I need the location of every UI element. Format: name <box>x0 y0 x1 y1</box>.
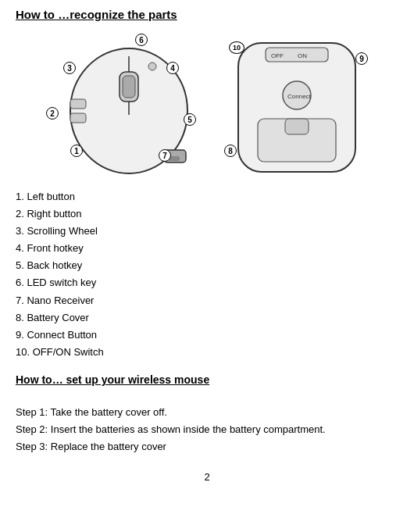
part-item-8: 8. Battery Cover <box>16 309 398 327</box>
svg-text:ON: ON <box>298 52 307 59</box>
diagram-area: 1 2 3 4 5 6 7 OFF ON Connect <box>16 29 398 177</box>
part-item-9: 9. Connect Button <box>16 327 398 344</box>
svg-text:OFF: OFF <box>271 52 284 59</box>
label-9: 9 <box>355 52 368 65</box>
part-item-4: 4. Front hotkey <box>16 240 398 257</box>
mouse-front-svg <box>43 29 215 177</box>
page-title: How to …recognize the parts <box>16 8 398 21</box>
label-8: 8 <box>224 145 237 157</box>
svg-rect-4 <box>70 99 86 109</box>
svg-rect-3 <box>123 76 135 98</box>
label-7: 7 <box>159 149 171 162</box>
label-3: 3 <box>63 62 76 74</box>
label-6: 6 <box>135 34 148 46</box>
step-2: Step 2: Insert the batteries as shown in… <box>16 421 398 438</box>
mouse-back-svg: OFF ON Connect <box>223 29 371 177</box>
setup-steps: Step 1: Take the battery cover off. Step… <box>16 404 398 455</box>
setup-subtitle: How to… set up your wireless mouse <box>16 373 398 386</box>
part-item-7: 7. Nano Receiver <box>16 292 398 309</box>
svg-point-8 <box>148 62 156 70</box>
mouse-front-view: 1 2 3 4 5 6 7 <box>43 29 215 177</box>
label-5: 5 <box>184 113 196 126</box>
parts-list: 1. Left button 2. Right button 3. Scroll… <box>16 188 398 361</box>
part-item-1: 1. Left button <box>16 188 398 205</box>
svg-rect-16 <box>285 119 309 134</box>
label-2: 2 <box>46 107 59 120</box>
page-number: 2 <box>16 471 398 483</box>
step-1: Step 1: Take the battery cover off. <box>16 404 398 421</box>
part-item-10: 10. OFF/ON Switch <box>16 344 398 361</box>
step-3: Step 3: Replace the battery cover <box>16 438 398 455</box>
part-item-6: 6. LED switch key <box>16 274 398 291</box>
part-item-5: 5. Back hotkey <box>16 257 398 274</box>
part-item-3: 3. Scrolling Wheel <box>16 223 398 240</box>
svg-text:Connect: Connect <box>287 93 312 100</box>
label-10: 10 <box>229 41 244 54</box>
label-1: 1 <box>70 145 83 157</box>
mouse-back-view: OFF ON Connect 8 9 10 <box>223 29 371 177</box>
svg-rect-5 <box>70 113 86 123</box>
part-item-2: 2. Right button <box>16 205 398 223</box>
label-4: 4 <box>166 62 179 74</box>
